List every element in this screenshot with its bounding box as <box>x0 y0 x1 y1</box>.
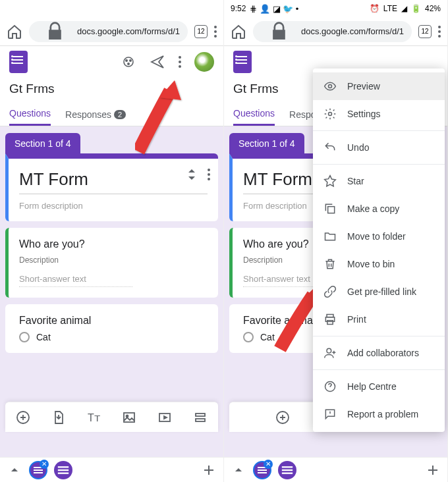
radio-icon[interactable] <box>19 332 30 342</box>
menu-divider <box>313 336 445 336</box>
menu-undo[interactable]: Undo <box>313 134 445 161</box>
tab-chip[interactable] <box>278 461 296 479</box>
collapse-up-icon[interactable] <box>231 462 246 478</box>
svg-point-3 <box>128 63 129 65</box>
folder-icon <box>323 230 337 243</box>
lock-icon <box>37 21 73 42</box>
svg-point-30 <box>327 348 331 353</box>
tab-chip-active[interactable]: ✕ <box>29 461 47 479</box>
menu-move-bin[interactable]: Move to bin <box>313 250 445 278</box>
menu-report[interactable]: Report a problem <box>313 400 445 428</box>
browser-more-icon[interactable] <box>438 26 441 38</box>
svg-rect-15 <box>58 469 69 470</box>
video-icon[interactable] <box>157 410 173 425</box>
bottom-bar: ✕ <box>0 457 223 482</box>
radio-icon[interactable] <box>243 332 254 342</box>
collapse-up-icon[interactable] <box>7 462 22 478</box>
svg-rect-12 <box>34 469 43 471</box>
tab-chip-active[interactable]: ✕ <box>253 461 271 479</box>
svg-rect-19 <box>258 469 267 471</box>
form-description-input[interactable]: Form description <box>19 201 208 211</box>
battery-icon: 🔋 <box>411 4 421 13</box>
svg-point-1 <box>126 60 127 61</box>
copy-icon <box>323 202 337 215</box>
svg-rect-6 <box>124 413 134 422</box>
menu-collaborators[interactable]: Add collaborators <box>313 339 445 367</box>
svg-rect-23 <box>282 472 293 473</box>
eye-icon <box>323 80 337 93</box>
svg-rect-20 <box>258 472 267 473</box>
print-icon <box>323 313 337 326</box>
add-tab-icon[interactable] <box>425 462 441 478</box>
close-chip-icon[interactable]: ✕ <box>264 460 273 469</box>
link-icon <box>323 285 337 298</box>
add-tab-icon[interactable] <box>201 462 217 478</box>
close-chip-icon[interactable]: ✕ <box>40 460 49 469</box>
option-label: Cat <box>260 332 275 342</box>
forms-logo-icon[interactable] <box>233 51 252 73</box>
form-title-input[interactable]: MT Form <box>19 169 208 194</box>
url-bar[interactable]: docs.google.com/forms/d/1 <box>253 21 412 42</box>
option-row[interactable]: Cat <box>19 332 208 342</box>
status-bar <box>0 0 223 17</box>
help-icon <box>323 380 337 393</box>
svg-point-24 <box>329 85 332 88</box>
import-icon[interactable] <box>51 410 67 425</box>
question-card[interactable]: Who are you? Description Short-answer te… <box>5 228 218 298</box>
status-time: 9:52 <box>231 4 246 13</box>
menu-divider <box>313 164 445 165</box>
tab-questions[interactable]: Questions <box>233 103 275 126</box>
title-icon[interactable]: Tᴛ <box>86 410 102 425</box>
menu-star[interactable]: Star <box>313 167 445 195</box>
menu-move-folder[interactable]: Move to folder <box>313 223 445 250</box>
browser-more-icon[interactable] <box>214 26 217 38</box>
tab-counter[interactable]: 12 <box>418 25 432 38</box>
add-question-icon[interactable] <box>15 410 31 425</box>
theme-icon[interactable] <box>121 54 136 70</box>
forms-more-icon[interactable] <box>179 56 181 68</box>
feedback-icon <box>323 408 337 421</box>
add-question-icon[interactable] <box>275 410 291 425</box>
form-body: Section 1 of 4 MT Form Form description … <box>0 126 223 457</box>
question-title[interactable]: Who are you? <box>19 238 208 250</box>
battery-label: 42% <box>425 4 441 13</box>
url-text: docs.google.com/forms/d/1 <box>77 26 180 36</box>
avatar[interactable] <box>194 52 214 72</box>
menu-help[interactable]: Help Centre <box>313 373 445 400</box>
menu-preview[interactable]: Preview <box>313 72 445 100</box>
menu-prefilled-link[interactable]: Get pre-filled link <box>313 278 445 306</box>
title-card[interactable]: MT Form Form description <box>5 153 218 221</box>
svg-rect-21 <box>282 466 293 468</box>
menu-make-copy[interactable]: Make a copy <box>313 195 445 223</box>
overflow-menu: Preview Settings Undo Star Make a copy M… <box>313 68 445 432</box>
menu-print[interactable]: Print <box>313 306 445 333</box>
left-screenshot: docs.google.com/forms/d/1 12 Gt Frms Que… <box>0 0 224 482</box>
question-toolbar: Tᴛ <box>5 402 218 432</box>
tab-counter[interactable]: 12 <box>194 25 208 38</box>
svg-rect-26 <box>328 207 335 213</box>
svg-text:Tᴛ: Tᴛ <box>88 412 100 423</box>
menu-settings[interactable]: Settings <box>313 100 445 128</box>
status-bar: 9:52 ⋕ 👤 ◪ 🐦 • ⏰ LTE ◢ 🔋 42% <box>224 0 447 17</box>
svg-rect-14 <box>58 466 69 468</box>
card-more-icon[interactable] <box>208 169 210 180</box>
collapse-icon[interactable] <box>184 167 200 182</box>
home-icon[interactable] <box>231 24 246 40</box>
form-name[interactable]: Gt Frms <box>0 78 223 103</box>
browser-bar: docs.google.com/forms/d/1 12 <box>0 17 223 46</box>
question-desc[interactable]: Description <box>19 255 208 265</box>
forms-logo-icon[interactable] <box>9 51 28 73</box>
tab-responses[interactable]: Responses 2 <box>65 103 126 126</box>
question-title-2[interactable]: Favorite animal <box>19 315 208 327</box>
short-answer-hint: Short-answer text <box>19 274 132 287</box>
section-icon[interactable] <box>192 410 208 425</box>
tab-chip[interactable] <box>54 461 72 479</box>
url-bar[interactable]: docs.google.com/forms/d/1 <box>29 21 188 42</box>
home-icon[interactable] <box>7 24 22 40</box>
image-icon[interactable] <box>121 410 137 425</box>
add-person-icon <box>323 346 337 360</box>
tab-questions[interactable]: Questions <box>9 103 51 126</box>
question-card-2[interactable]: Favorite animal Cat <box>5 304 218 353</box>
send-icon[interactable] <box>150 54 165 70</box>
svg-rect-10 <box>196 419 205 421</box>
